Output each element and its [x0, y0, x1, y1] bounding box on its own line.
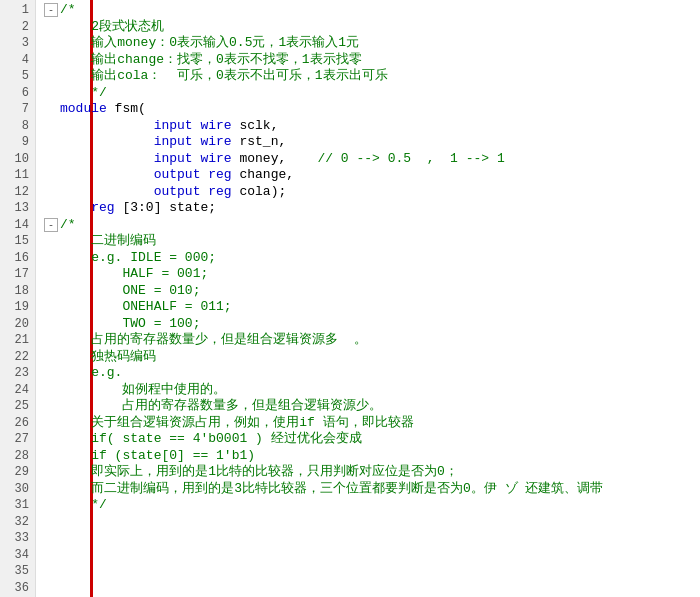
line-number: 3 — [6, 35, 29, 52]
code-text: 独热码编码 — [60, 349, 700, 366]
token: ONE = 010; — [122, 283, 200, 298]
token: reg — [208, 184, 239, 199]
token: input — [154, 151, 201, 166]
code-line: HALF = 001; — [44, 266, 700, 283]
token: 输入money：0表示输入0.5元，1表示输入1元 — [91, 35, 359, 50]
code-text: output reg cola); — [60, 184, 700, 201]
code-line: e.g. — [44, 365, 700, 382]
token: wire — [200, 134, 239, 149]
line-number: 13 — [6, 200, 29, 217]
code-text: e.g. IDLE = 000; — [60, 250, 700, 267]
token: if( state == 4'b0001 ) 经过优化会变成 — [91, 431, 361, 446]
code-text: input wire money, // 0 --> 0.5 , 1 --> 1 — [60, 151, 700, 168]
line-number: 23 — [6, 365, 29, 382]
token: [3:0] state; — [122, 200, 216, 215]
code-line: 而二进制编码，用到的是3比特比较器，三个位置都要判断是否为0。伊 ゾ 还建筑、调… — [44, 481, 700, 498]
token: reg — [91, 200, 122, 215]
code-line: 独热码编码 — [44, 349, 700, 366]
line-number: 19 — [6, 299, 29, 316]
code-text: 输出change：找零，0表示不找零，1表示找零 — [60, 52, 700, 69]
code-text: input wire sclk, — [60, 118, 700, 135]
code-text: ONEHALF = 011; — [60, 299, 700, 316]
fold-marker[interactable]: - — [44, 218, 58, 232]
line-number: 34 — [6, 547, 29, 564]
code-text: */ — [60, 497, 700, 514]
line-number: 18 — [6, 283, 29, 300]
code-text: /* — [60, 217, 700, 234]
code-line: 关于组合逻辑资源占用，例如，使用if 语句，即比较器 — [44, 415, 700, 432]
token: module — [60, 101, 115, 116]
token: 而二进制编码，用到的是3比特比较器，三个位置都要判断是否为0。伊 ゾ 还建筑、调… — [91, 481, 603, 496]
editor-container: 1234567891011121314151617181920212223242… — [0, 0, 700, 597]
token: reg — [208, 167, 239, 182]
code-text: 占用的寄存器数量多，但是组合逻辑资源少。 — [60, 398, 700, 415]
code-line: input wire rst_n, — [44, 134, 700, 151]
line-number: 35 — [6, 563, 29, 580]
code-text: 关于组合逻辑资源占用，例如，使用if 语句，即比较器 — [60, 415, 700, 432]
code-line: */ — [44, 497, 700, 514]
code-line: 如例程中使用的。 — [44, 382, 700, 399]
code-area[interactable]: -/* 2段式状态机 输入money：0表示输入0.5元，1表示输入1元 输出c… — [36, 0, 700, 597]
code-text: */ — [60, 85, 700, 102]
token: e.g. IDLE = 000; — [91, 250, 216, 265]
line-number: 14 — [6, 217, 29, 234]
code-text: 二进制编码 — [60, 233, 700, 250]
code-line: 二进制编码 — [44, 233, 700, 250]
token: wire — [200, 118, 239, 133]
line-number: 10 — [6, 151, 29, 168]
token: fsm( — [115, 101, 146, 116]
code-text: if( state == 4'b0001 ) 经过优化会变成 — [60, 431, 700, 448]
code-line: ONE = 010; — [44, 283, 700, 300]
token: HALF = 001; — [122, 266, 208, 281]
line-number: 29 — [6, 464, 29, 481]
token: ONEHALF = 011; — [122, 299, 231, 314]
line-number: 31 — [6, 497, 29, 514]
code-line: TWO = 100; — [44, 316, 700, 333]
token: // 0 --> 0.5 , 1 --> 1 — [286, 151, 504, 166]
token: 独热码编码 — [91, 349, 156, 364]
code-text: /* — [60, 2, 700, 19]
line-number: 17 — [6, 266, 29, 283]
line-number: 21 — [6, 332, 29, 349]
code-text: 如例程中使用的。 — [60, 382, 700, 399]
token: output — [154, 184, 209, 199]
line-number: 30 — [6, 481, 29, 498]
token: cola); — [239, 184, 286, 199]
code-line: */ — [44, 85, 700, 102]
token: money, — [239, 151, 286, 166]
token: 2段式状态机 — [91, 19, 164, 34]
code-text: 输入money：0表示输入0.5元，1表示输入1元 — [60, 35, 700, 52]
token: wire — [200, 151, 239, 166]
code-text: 2段式状态机 — [60, 19, 700, 36]
line-number: 22 — [6, 349, 29, 366]
line-number: 15 — [6, 233, 29, 250]
line-number: 27 — [6, 431, 29, 448]
line-number: 5 — [6, 68, 29, 85]
token: 即实际上，用到的是1比特的比较器，只用判断对应位是否为0； — [91, 464, 458, 479]
code-line: module fsm( — [44, 101, 700, 118]
line-number: 36 — [6, 580, 29, 597]
token: */ — [91, 497, 107, 512]
token: 输出cola： 可乐，0表示不出可乐，1表示出可乐 — [91, 68, 387, 83]
code-text: 即实际上，用到的是1比特的比较器，只用判断对应位是否为0； — [60, 464, 700, 481]
code-line: if (state[0] == 1'b1) — [44, 448, 700, 465]
code-text: 输出cola： 可乐，0表示不出可乐，1表示出可乐 — [60, 68, 700, 85]
code-line: output reg change, — [44, 167, 700, 184]
line-number: 7 — [6, 101, 29, 118]
line-number: 32 — [6, 514, 29, 531]
line-number: 16 — [6, 250, 29, 267]
line-number: 25 — [6, 398, 29, 415]
line-number: 2 — [6, 19, 29, 36]
line-number: 8 — [6, 118, 29, 135]
token: rst_n, — [239, 134, 286, 149]
fold-marker[interactable]: - — [44, 3, 58, 17]
token: if (state[0] == 1'b1) — [91, 448, 255, 463]
code-line: -/* — [44, 217, 700, 234]
token: output — [154, 167, 209, 182]
line-number: 11 — [6, 167, 29, 184]
code-text: e.g. — [60, 365, 700, 382]
code-text: 而二进制编码，用到的是3比特比较器，三个位置都要判断是否为0。伊 ゾ 还建筑、调… — [60, 481, 700, 498]
code-line: -/* — [44, 2, 700, 19]
token: /* — [60, 217, 76, 232]
line-number: 6 — [6, 85, 29, 102]
